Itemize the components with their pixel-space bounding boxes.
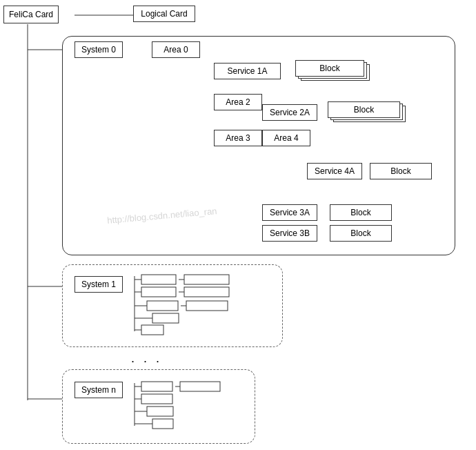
felica-card-label: FeliCa Card [9, 10, 53, 19]
svg-rect-48 [147, 407, 173, 416]
system0-box: System 0 [75, 41, 123, 58]
svg-rect-50 [152, 419, 173, 429]
block1a-stack: Block [295, 60, 371, 82]
svg-rect-27 [184, 275, 229, 284]
block4a-label: Block [390, 166, 410, 176]
svg-rect-31 [184, 287, 229, 297]
service1a-label: Service 1A [227, 66, 267, 76]
ellipsis: · · · [131, 354, 162, 369]
service1a-box: Service 1A [214, 63, 281, 79]
area0-label: Area 0 [163, 45, 188, 55]
system1-tree [128, 269, 266, 342]
block2a-stack: Block [328, 101, 409, 124]
area3-box: Area 3 [214, 130, 262, 146]
system0-label: System 0 [81, 45, 116, 55]
svg-rect-42 [141, 382, 172, 391]
svg-rect-25 [141, 275, 176, 284]
systemn-box: System n [75, 382, 123, 398]
block1a-label: Block [319, 63, 339, 73]
area4-label: Area 4 [274, 133, 298, 143]
svg-rect-33 [147, 301, 178, 311]
area0-box: Area 0 [152, 41, 200, 58]
system1-label: System 1 [81, 280, 116, 289]
block2a-label: Block [354, 105, 374, 115]
block3a-label: Block [350, 208, 370, 217]
service2a-box: Service 2A [262, 104, 317, 121]
felica-card-box: FeliCa Card [3, 6, 59, 23]
diagram: FeliCa Card Logical Card System 0 Area 0… [0, 0, 476, 450]
svg-rect-35 [186, 301, 228, 311]
area2-box: Area 2 [214, 94, 262, 110]
service3a-box: Service 3A [262, 204, 317, 221]
service3a-label: Service 3A [270, 208, 310, 217]
block4a-box: Block [370, 163, 432, 179]
systemn-label: System n [81, 385, 116, 395]
block3b-label: Block [350, 228, 370, 238]
svg-rect-44 [180, 382, 220, 391]
service3b-box: Service 3B [262, 225, 317, 242]
block3a-box: Block [330, 204, 392, 221]
block3b-box: Block [330, 225, 392, 242]
system1-box: System 1 [75, 276, 123, 293]
svg-rect-37 [152, 313, 179, 323]
svg-rect-39 [141, 325, 163, 335]
svg-rect-46 [141, 394, 172, 404]
logical-card-box: Logical Card [133, 6, 195, 22]
service2a-label: Service 2A [270, 108, 310, 117]
area2-label: Area 2 [226, 97, 250, 107]
area4-box: Area 4 [262, 130, 310, 146]
area3-label: Area 3 [226, 133, 250, 143]
service4a-box: Service 4A [307, 163, 362, 179]
service4a-label: Service 4A [315, 166, 355, 176]
logical-card-label: Logical Card [141, 9, 187, 19]
service3b-label: Service 3B [270, 228, 310, 238]
svg-rect-29 [141, 287, 176, 297]
systemn-tree [128, 376, 241, 438]
